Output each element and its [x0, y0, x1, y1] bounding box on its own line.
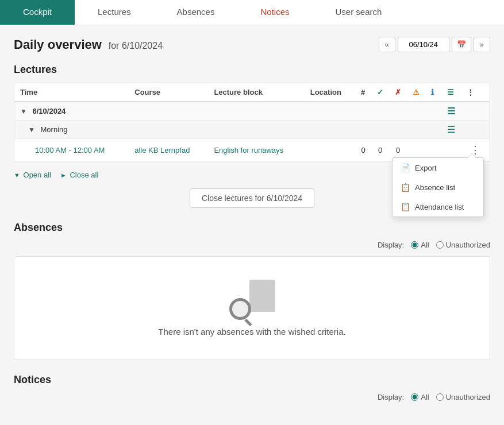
time-link[interactable]: 10:00 AM - 12:00 AM: [35, 146, 105, 154]
absences-radio-unauthorized[interactable]: [436, 241, 444, 249]
close-lectures-btn[interactable]: Close lectures for 6/10/2024: [190, 188, 314, 208]
nav-tabs: Cockpit Lectures Absences Notices User s…: [0, 0, 504, 25]
tab-notices[interactable]: Notices: [237, 0, 312, 25]
date-input[interactable]: [398, 37, 449, 52]
export-icon: 📄: [401, 163, 410, 172]
prev-prev-btn[interactable]: «: [379, 37, 395, 52]
absences-section: Absences Display: All Unauthorized There…: [14, 222, 490, 360]
absences-unauthorized-text: Unauthorized: [446, 241, 490, 249]
col-location: Location: [305, 83, 355, 102]
absences-radio-all-label[interactable]: All: [411, 241, 429, 249]
absence-list-icon: 📋: [401, 183, 410, 192]
col-lecture-block: Lecture block: [208, 83, 304, 102]
morning-row: ▼ Morning ☰: [14, 121, 490, 139]
dropdown-menu: 📄 Export 📋 Absence list 📋 Attendance li: [392, 157, 484, 217]
notices-radio-unauthorized[interactable]: [436, 393, 444, 401]
lectures-title: Lectures: [14, 64, 490, 76]
group-date-label: 6/10/2024: [33, 107, 66, 115]
magnifier-shape: [229, 298, 251, 320]
lecture-block-link[interactable]: English for runaways: [214, 146, 283, 154]
morning-list-icon: ☰: [447, 125, 455, 134]
absences-radio-unauthorized-label[interactable]: Unauthorized: [436, 241, 490, 249]
absences-radio-all[interactable]: [411, 241, 418, 249]
lectures-section: Lectures Time Course Lecture block Locat…: [14, 64, 490, 208]
date-navigation: « 📅 »: [379, 37, 490, 52]
location-cell: [305, 139, 355, 161]
row-menu-cell: ⋮ 📄 Export 📋 Absence list: [461, 139, 490, 161]
absences-empty-text: There isn't any absences with the wished…: [158, 327, 345, 337]
tab-cockpit[interactable]: Cockpit: [0, 0, 75, 25]
calendar-btn[interactable]: 📅: [452, 37, 471, 52]
num2-cell: 0: [371, 139, 389, 161]
tab-lectures[interactable]: Lectures: [75, 0, 154, 25]
absences-display-label: Display:: [378, 241, 404, 249]
course-link[interactable]: alle KB Lernpfad: [134, 146, 190, 154]
menu-item-absence-label: Absence list: [415, 183, 455, 192]
close-all-label: Close all: [70, 171, 98, 179]
menu-item-attendance-label: Attendance list: [415, 203, 464, 211]
notices-radio-all-label[interactable]: All: [411, 393, 429, 401]
notices-display-row: Display: All Unauthorized: [14, 393, 490, 401]
group-row-date: ▼ 6/10/2024 ☰: [14, 102, 490, 121]
group-list-icon: ☰: [447, 106, 455, 116]
col-info: ℹ: [425, 83, 441, 102]
page-title: Daily overview: [14, 37, 102, 52]
tab-absences[interactable]: Absences: [154, 0, 238, 25]
notices-radio-all[interactable]: [411, 393, 418, 401]
tab-usersearch[interactable]: User search: [312, 0, 405, 25]
close-all-link[interactable]: ► Close all: [60, 171, 98, 179]
col-course: Course: [129, 83, 208, 102]
absences-title: Absences: [14, 222, 490, 234]
col-hash: #: [355, 83, 371, 102]
notices-unauthorized-text: Unauthorized: [446, 393, 490, 401]
menu-item-export[interactable]: 📄 Export: [393, 158, 483, 177]
menu-item-absence-list[interactable]: 📋 Absence list: [393, 177, 483, 197]
num1-cell: 0: [355, 139, 371, 161]
morning-label: Morning: [41, 125, 68, 134]
row-menu-wrapper: ⋮ 📄 Export 📋 Absence list: [467, 142, 484, 157]
next-next-btn[interactable]: »: [474, 37, 490, 52]
menu-item-export-label: Export: [415, 164, 437, 172]
col-warn: ⚠: [407, 83, 425, 102]
open-all-label: Open all: [24, 171, 51, 179]
absences-display-row: Display: All Unauthorized: [14, 241, 490, 249]
open-all-link[interactable]: ▼ Open all: [14, 171, 51, 179]
col-cross: ✗: [389, 83, 407, 102]
absences-all-text: All: [421, 241, 429, 249]
notices-section: Notices Display: All Unauthorized: [14, 374, 490, 401]
magnifier-handle-shape: [244, 319, 252, 326]
col-check: ✓: [371, 83, 389, 102]
notices-display-label: Display:: [378, 393, 404, 401]
menu-item-attendance-list[interactable]: 📋 Attendance list: [393, 197, 483, 217]
close-all-arrow: ►: [60, 172, 67, 179]
col-time: Time: [14, 83, 129, 102]
attendance-list-icon: 📋: [401, 202, 410, 211]
lectures-table: Time Course Lecture block Location # ✓ ✗…: [14, 83, 490, 161]
open-all-arrow: ▼: [14, 172, 20, 179]
absences-empty-state: There isn't any absences with the wished…: [14, 256, 490, 360]
col-menu: ⋮: [461, 83, 490, 102]
table-row: 10:00 AM - 12:00 AM alle KB Lernpfad Eng…: [14, 139, 490, 161]
notices-title: Notices: [14, 374, 490, 386]
doc-shape: [249, 280, 275, 312]
daily-overview-header: Daily overview for 6/10/2024 « 📅 »: [14, 37, 490, 52]
search-illustration: [229, 280, 275, 320]
page-date: for 6/10/2024: [109, 41, 163, 51]
notices-all-text: All: [421, 393, 429, 401]
col-list: ☰: [441, 83, 461, 102]
notices-radio-unauthorized-label[interactable]: Unauthorized: [436, 393, 490, 401]
